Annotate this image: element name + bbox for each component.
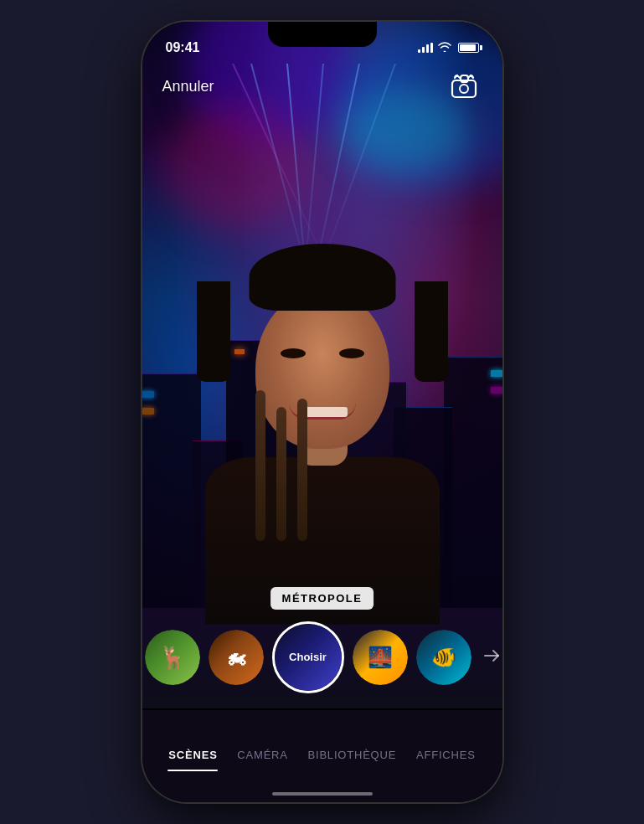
- hair-right: [415, 281, 448, 382]
- scene-label-text: MÉTROPOLE: [282, 592, 363, 605]
- braid-left: [255, 390, 265, 541]
- battery-fill: [460, 44, 477, 51]
- thumbnail-forest[interactable]: 🦌: [145, 630, 200, 685]
- tab-posters[interactable]: AFFICHES: [410, 745, 482, 765]
- person-hair: [249, 244, 395, 311]
- tab-scenes-label: SCÈNES: [168, 749, 217, 761]
- thumbnail-metropolis[interactable]: Choisir: [272, 621, 344, 693]
- tab-bar: SCÈNES CAMÉRA BIBLIOTHÈQUE AFFICHES: [142, 710, 502, 792]
- signal-bar-3: [426, 44, 429, 53]
- flip-camera-button[interactable]: [446, 68, 482, 105]
- scroll-arrow-icon: [483, 647, 500, 664]
- hair-left: [197, 281, 230, 382]
- tab-posters-label: AFFICHES: [416, 749, 476, 761]
- phone-frame: 09:41 Annuler: [142, 22, 502, 802]
- wifi-icon: [438, 41, 451, 54]
- braid-mid: [276, 407, 286, 541]
- window-r2: [491, 387, 502, 394]
- thumbnail-bridge[interactable]: 🌉: [353, 630, 408, 685]
- tab-scenes-indicator: [167, 770, 218, 771]
- tab-library[interactable]: BIBLIOTHÈQUE: [301, 745, 404, 765]
- cancel-button[interactable]: Annuler: [162, 78, 214, 95]
- status-time: 09:41: [166, 40, 200, 55]
- person: [205, 223, 440, 625]
- thumbnail-motorbike-inner: 🏍: [209, 630, 264, 685]
- fish-emoji: 🐠: [431, 646, 456, 669]
- eye-left: [281, 348, 306, 358]
- deer-emoji: 🦌: [159, 645, 186, 671]
- thumbnail-ocean-inner: 🐠: [416, 630, 471, 685]
- window-2: [142, 408, 154, 415]
- home-indicator: [272, 792, 373, 796]
- signal-bars-icon: [418, 43, 433, 53]
- window-1: [142, 391, 154, 398]
- thumbnail-motorbike[interactable]: 🏍: [209, 630, 264, 685]
- eye-right: [339, 348, 364, 358]
- scroll-indicator: [483, 647, 500, 667]
- braid-right: [297, 399, 307, 541]
- bike-emoji: 🏍: [226, 646, 246, 669]
- person-face: [255, 290, 389, 449]
- signal-bar-2: [422, 47, 425, 53]
- scene-label: MÉTROPOLE: [270, 587, 374, 610]
- svg-point-2: [460, 85, 468, 93]
- tab-scenes[interactable]: SCÈNES: [162, 745, 224, 765]
- choose-label: Choisir: [289, 651, 327, 663]
- building-r1: [444, 357, 502, 608]
- thumbnail-forest-inner: 🦌: [145, 630, 200, 685]
- bottom-tabs: SCÈNES CAMÉRA BIBLIOTHÈQUE AFFICHES: [142, 710, 502, 802]
- signal-bar-1: [418, 49, 420, 53]
- thumbnail-bridge-inner: 🌉: [353, 630, 408, 685]
- tab-camera[interactable]: CAMÉRA: [230, 745, 294, 765]
- bridge-emoji: 🌉: [368, 646, 393, 669]
- tab-library-label: BIBLIOTHÈQUE: [308, 749, 397, 761]
- top-controls: Annuler: [142, 68, 502, 105]
- status-icons: [418, 41, 479, 54]
- window-r1: [491, 370, 502, 377]
- flip-camera-icon: [450, 74, 478, 99]
- thumbnail-metropolis-inner: Choisir: [275, 624, 342, 691]
- thumbnail-strip: 🦌 🏍 Choisir 🌉 🐠: [142, 621, 502, 693]
- battery-icon: [458, 43, 479, 53]
- thumbnail-ocean[interactable]: 🐠: [416, 630, 471, 685]
- tab-camera-label: CAMÉRA: [237, 749, 287, 761]
- notch: [268, 22, 377, 47]
- signal-bar-4: [430, 43, 433, 53]
